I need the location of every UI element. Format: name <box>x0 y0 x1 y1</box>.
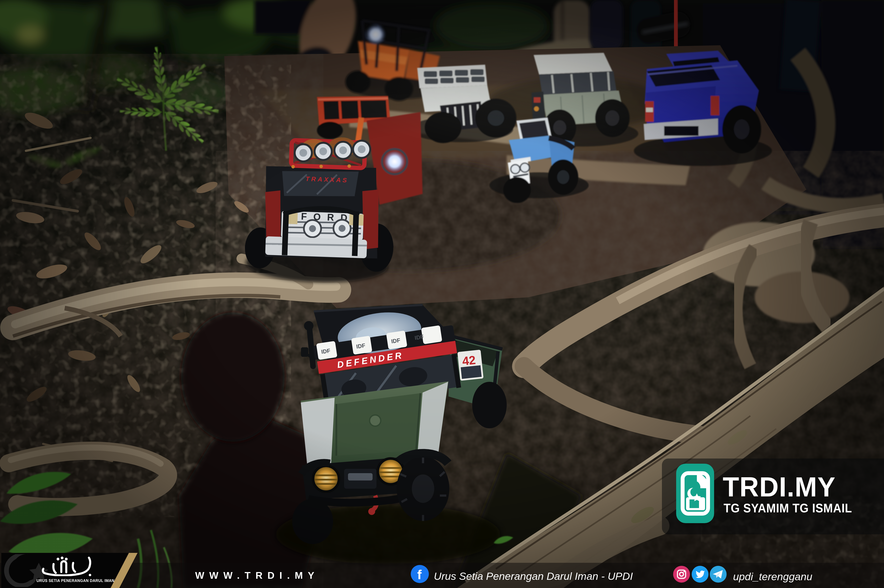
social-handle: updi_terengganu <box>733 570 812 583</box>
telegram-icon <box>710 566 727 583</box>
twitter-icon <box>692 566 708 583</box>
updi-calligraphy-logo <box>40 555 96 576</box>
instagram-icon <box>673 566 690 583</box>
watermark-brand: TRDI.MY <box>723 473 836 501</box>
trdi-logo <box>676 464 714 523</box>
svg-text:f: f <box>417 567 422 582</box>
facebook-page-name: Urus Setia Penerangan Darul Iman - UPDI <box>434 570 633 582</box>
updi-panel-tagline: URUS SETIA PENERANGAN DARUL IMAN <box>36 578 102 583</box>
website-url: WWW.TRDI.MY <box>195 570 319 581</box>
photo-rc-crawlers-forest: TRAXXAS FORD <box>0 0 884 588</box>
facebook-icon: f <box>411 565 429 583</box>
updi-panel: URUS SETIA PENERANGAN DARUL IMAN <box>1 553 156 588</box>
watermark-author: TG SYAMIM TG ISMAIL <box>723 502 852 514</box>
